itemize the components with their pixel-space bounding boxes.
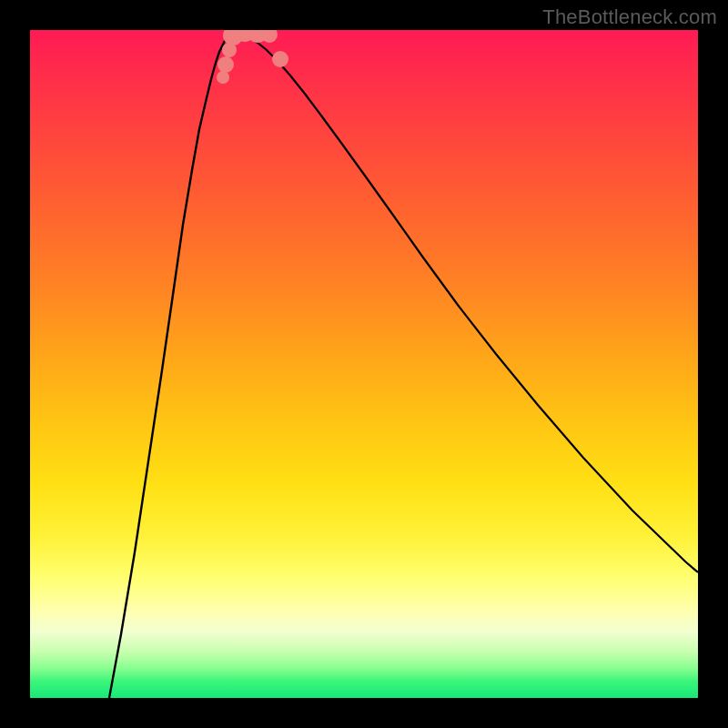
- plot-area: [30, 30, 698, 698]
- left-branch-curve: [109, 32, 234, 698]
- chart-frame: TheBottleneck.com: [0, 0, 728, 728]
- marker-dot: [217, 56, 234, 73]
- marker-group: [217, 30, 288, 84]
- watermark-text: TheBottleneck.com: [542, 5, 717, 29]
- marker-dot: [272, 51, 288, 67]
- curve-layer: [30, 30, 698, 698]
- marker-dot: [217, 71, 229, 84]
- marker-dot: [261, 30, 278, 43]
- right-branch-curve: [234, 32, 698, 572]
